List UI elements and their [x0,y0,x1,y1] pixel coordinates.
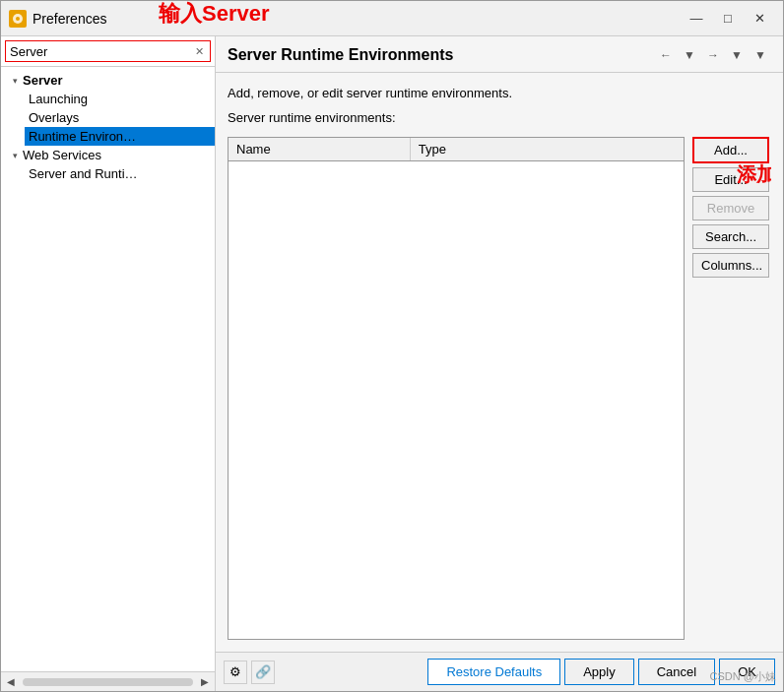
maximize-button[interactable]: □ [712,6,744,31]
panel-description: Add, remove, or edit server runtime envi… [228,85,771,102]
minimize-button[interactable]: — [681,6,712,31]
apply-button[interactable]: Apply [564,659,634,685]
bottom-bar: ⚙ 🔗 Restore Defaults Apply Cancel OK [216,652,783,691]
sidebar-tree: ▾ Server Launching Overlays Runtime Envi… [1,67,215,671]
expand-icon-server: ▾ [9,75,21,87]
svg-point-1 [16,17,20,21]
scroll-thumb[interactable] [23,678,193,686]
search-button[interactable]: Search... [692,224,769,249]
sidebar-item-overlays-label: Overlays [29,110,79,125]
forward-dropdown-button[interactable]: ▼ [726,44,748,66]
restore-defaults-button[interactable]: Restore Defaults [427,659,560,685]
add-button-wrapper: Add... 添加 [692,137,771,163]
back-button[interactable]: ← [655,44,677,66]
add-button[interactable]: Add... [692,137,769,163]
remove-button[interactable]: Remove [692,196,769,220]
close-button[interactable]: ✕ [744,6,775,31]
settings-icon-button[interactable]: ⚙ [224,661,247,684]
window-title: Preferences [33,11,681,27]
search-box: ✕ [1,36,215,67]
sidebar-item-server-and-runt-label: Server and Runti… [29,166,138,181]
sidebar-item-runtime-environments[interactable]: Runtime Environ… [25,127,215,146]
sidebar-item-launching-label: Launching [29,92,88,106]
cancel-button[interactable]: Cancel [638,659,715,685]
column-name: Name [229,138,411,160]
menu-button[interactable]: ▼ [750,44,771,66]
panel-body: Add, remove, or edit server runtime envi… [216,73,783,652]
link-icon-button[interactable]: 🔗 [251,661,275,684]
web-services-children: Server and Runti… [1,164,215,183]
expand-icon-web-services: ▾ [9,150,21,161]
search-input[interactable] [5,40,211,62]
sidebar-item-overlays[interactable]: Overlays [25,108,215,127]
column-type: Type [411,138,684,160]
sidebar-item-runtime-label: Runtime Environ… [29,129,136,144]
window-controls: — □ ✕ [681,6,775,31]
title-bar: Preferences 输入Server — □ ✕ [1,1,783,36]
scroll-right-icon[interactable]: ▶ [197,674,213,690]
panel-header: Server Runtime Environments ← ▼ → ▼ ▼ [216,36,783,73]
table-body[interactable] [229,161,684,639]
sidebar-item-web-services-label: Web Services [23,148,101,162]
forward-button[interactable]: → [702,44,724,66]
right-panel: Server Runtime Environments ← ▼ → ▼ ▼ Ad… [216,36,783,691]
sidebar-scrollbar: ◀ ▶ [1,671,215,691]
sidebar-item-server[interactable]: ▾ Server [1,71,215,90]
sidebar-item-launching[interactable]: Launching [25,90,215,108]
section-label: Server runtime environments: [228,110,771,125]
columns-button[interactable]: Columns... [692,253,769,278]
edit-button[interactable]: Edit... [692,167,769,192]
panel-title: Server Runtime Environments [228,46,647,64]
ok-button[interactable]: OK [719,659,775,685]
preferences-window: Preferences 输入Server — □ ✕ ✕ ▾ Server [0,0,784,692]
data-table: Name Type [228,137,685,640]
nav-arrows: ← ▼ → ▼ ▼ [655,44,771,66]
main-content: ✕ ▾ Server Launching Overlays Runtime [1,36,783,691]
scroll-left-icon[interactable]: ◀ [3,674,19,690]
server-children: Launching Overlays Runtime Environ… [1,90,215,146]
table-header: Name Type [229,138,684,161]
sidebar: ✕ ▾ Server Launching Overlays Runtime [1,36,216,691]
search-clear-button[interactable]: ✕ [191,43,207,59]
sidebar-item-web-services[interactable]: ▾ Web Services [1,146,215,164]
buttons-panel: Add... 添加 Edit... Remove Search... Colum… [692,137,771,640]
back-dropdown-button[interactable]: ▼ [679,44,700,66]
sidebar-item-server-label: Server [23,73,62,88]
app-icon [9,10,27,28]
table-area: Name Type Add... 添加 Edit... [228,137,771,640]
sidebar-item-server-and-runt[interactable]: Server and Runti… [25,164,215,183]
